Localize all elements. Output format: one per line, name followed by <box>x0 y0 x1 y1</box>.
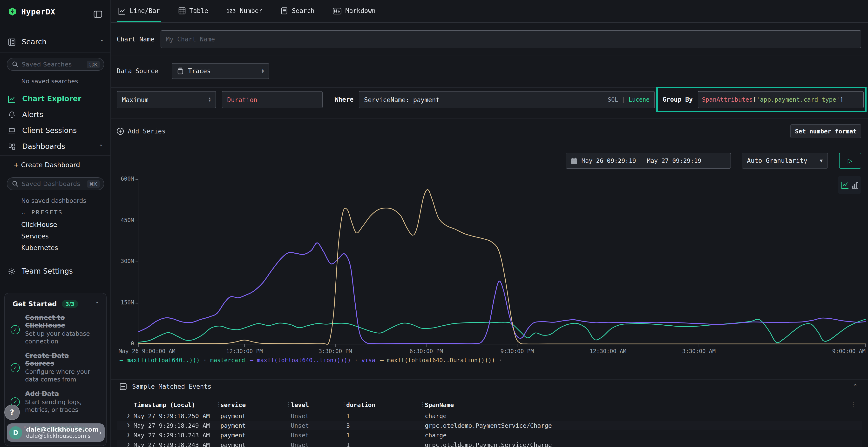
sidebar-item-team-settings[interactable]: Team Settings <box>8 267 104 276</box>
data-source-select[interactable]: Traces ▲▼ <box>172 63 269 79</box>
tab-label: Search <box>292 7 315 14</box>
column-resize-handle[interactable]: ⋮ <box>341 401 347 408</box>
tab-table[interactable]: Table <box>177 0 209 22</box>
preset-item-clickhouse[interactable]: ClickHouse <box>21 220 57 228</box>
table-cell[interactable]: grpc.oteldemo.PaymentService/Charge <box>425 422 552 429</box>
sidebar-item-label: Chart Explorer <box>22 94 81 103</box>
user-profile-chip[interactable]: D dale@clickhouse.com dale@clickhouse.co… <box>7 423 105 442</box>
saved-dashboards-input[interactable]: Saved Dashboards ⌘K <box>7 177 104 190</box>
field-value: Duration <box>227 96 257 103</box>
tab-number[interactable]: 123Number <box>226 0 264 22</box>
sidebar-item-dashboards[interactable]: Dashboards⌃ <box>0 140 111 153</box>
date-range-input[interactable]: May 26 09:29:19 - May 27 09:29:19 <box>566 153 731 169</box>
column-resize-handle[interactable]: ⋮ <box>286 401 291 408</box>
legend-dash-icon: — <box>250 357 257 364</box>
chevron-up-icon[interactable]: ⌃ <box>95 301 99 307</box>
chart-name-label: Chart Name <box>117 36 155 43</box>
help-button[interactable]: ? <box>4 405 20 420</box>
preset-item-kubernetes[interactable]: Kubernetes <box>21 244 58 251</box>
legend-expr: maxIf(toFloat640..))) <box>127 357 199 364</box>
series-line-mastercard[interactable] <box>138 319 866 342</box>
table-cell[interactable]: grpc.oteldemo.PaymentService/Charge <box>425 441 552 447</box>
table-cell[interactable]: payment <box>220 412 246 419</box>
sidebar-item-chart-explorer[interactable]: Chart Explorer <box>0 93 111 105</box>
table-cell[interactable]: 1 <box>346 432 350 439</box>
preset-item-services[interactable]: Services <box>21 232 49 240</box>
sidebar-section-search[interactable]: Search ⌃ <box>8 38 104 46</box>
collapse-sidebar-icon[interactable] <box>94 10 102 18</box>
tab-line-bar[interactable]: Line/Bar <box>117 0 161 22</box>
table-cell[interactable]: payment <box>220 441 246 447</box>
legend-separator: · <box>495 357 502 364</box>
series-line-unnamed[interactable] <box>138 190 866 344</box>
table-cell[interactable]: charge <box>425 412 446 419</box>
field-select[interactable]: Duration <box>222 91 322 108</box>
column-resize-handle[interactable]: ⋮ <box>216 401 221 408</box>
aggregation-select[interactable]: Maximum ▲▼ <box>117 91 216 108</box>
table-cell[interactable]: May 27 9:29:18.250 AM <box>133 412 210 419</box>
tab-search[interactable]: Search <box>280 0 316 22</box>
table-cell[interactable]: 3 <box>346 422 350 429</box>
add-series-button[interactable]: Add Series <box>117 128 166 135</box>
column-resize-handle[interactable]: ⋮ <box>420 401 425 408</box>
table-cell[interactable]: payment <box>220 422 246 429</box>
table-cell[interactable]: Unset <box>291 432 309 439</box>
collapse-section-icon[interactable]: ⌃ <box>854 383 857 389</box>
lang-sql[interactable]: SQL <box>608 96 618 103</box>
get-started-item[interactable]: ✓Create Data SourcesConfigure where your… <box>10 352 100 383</box>
table-cell[interactable]: May 27 9:29:18.243 AM <box>133 432 210 439</box>
get-started-item-subtitle: Set up your database connection <box>25 330 97 345</box>
sidebar-item-alerts[interactable]: Alerts <box>0 108 111 121</box>
where-input[interactable]: ServiceName: payment SQL | Lucene <box>359 91 655 108</box>
expand-row-icon[interactable]: ❯ <box>127 422 130 428</box>
table-cell[interactable]: payment <box>220 432 246 439</box>
play-icon: ▷ <box>848 157 852 164</box>
list-icon <box>120 383 127 390</box>
legend-item-unnamed[interactable]: — maxIf(toFloat640..Duration))))) · <box>380 357 502 364</box>
chart-canvas[interactable] <box>138 179 866 347</box>
legend-item-visa[interactable]: — maxIf(toFloat640..tion))))) · visa <box>250 357 375 364</box>
table-cell[interactable]: Unset <box>291 412 309 419</box>
expand-row-icon[interactable]: ❯ <box>127 441 130 447</box>
avatar: D <box>9 426 22 439</box>
group-by-highlight: Group By SpanAttributes['app.payment.car… <box>656 87 867 112</box>
table-cell[interactable]: 1 <box>346 441 350 447</box>
table-cell[interactable]: Unset <box>291 422 309 429</box>
chart-name-input[interactable] <box>161 30 861 48</box>
table-cell[interactable]: May 27 9:29:18.249 AM <box>133 422 210 429</box>
series-line-visa[interactable] <box>138 243 866 344</box>
group-by-fn: SpanAttributes <box>702 96 753 103</box>
query-language-toggle[interactable]: SQL | Lucene <box>608 96 650 103</box>
table-cell[interactable]: May 27 9:29:18.243 AM <box>133 441 210 447</box>
lang-lucene[interactable]: Lucene <box>628 96 650 103</box>
get-started-item[interactable]: ✓Connect to ClickHouseSet up your databa… <box>10 314 100 345</box>
x-tick-label: 12:30:00 AM <box>590 348 626 354</box>
sidebar-item-client-sessions[interactable]: Client Sessions <box>0 124 111 137</box>
column-resize-handle[interactable]: ⋮ <box>850 401 856 408</box>
divider <box>111 55 868 56</box>
y-tick-mark <box>135 303 138 303</box>
database-icon <box>177 67 184 75</box>
expand-row-icon[interactable]: ❯ <box>127 412 130 419</box>
get-started-item-title[interactable]: Add Data <box>25 390 97 398</box>
create-dashboard-button[interactable]: + Create Dashboard <box>13 161 80 169</box>
search-icon <box>12 181 18 187</box>
y-tick-label: 600M <box>115 175 134 182</box>
chart-legend: — maxIf(toFloat640..))) · mastercard— ma… <box>120 357 507 364</box>
get-started-item-title[interactable]: Create Data Sources <box>25 352 97 367</box>
run-query-button[interactable]: ▷ <box>839 153 861 169</box>
legend-item-mastercard[interactable]: — maxIf(toFloat640..))) · mastercard <box>120 357 245 364</box>
expand-row-icon[interactable]: ❯ <box>127 432 130 438</box>
table-cell[interactable]: Unset <box>291 441 309 447</box>
group-by-input[interactable]: SpanAttributes['app.payment.card_type'] <box>698 91 863 108</box>
table-cell[interactable]: 1 <box>346 412 350 419</box>
get-started-item-title[interactable]: Connect to ClickHouse <box>25 314 97 329</box>
y-tick-mark <box>135 220 138 221</box>
saved-searches-input[interactable]: Saved Searches ⌘K <box>7 58 104 71</box>
table-cell[interactable]: charge <box>425 432 446 439</box>
granularity-select[interactable]: Auto Granularity ▼ <box>742 153 828 169</box>
tab-markdown[interactable]: Markdown <box>332 0 377 22</box>
presets-toggle[interactable]: ⌄ PRESETS <box>21 209 63 216</box>
get-started-item[interactable]: ✓Add DataStart sending logs, metrics, or… <box>10 390 100 414</box>
set-number-format-button[interactable]: Set number format <box>790 124 861 138</box>
